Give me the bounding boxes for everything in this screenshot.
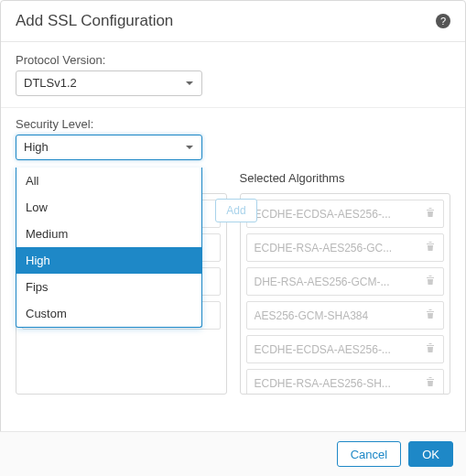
trash-icon[interactable] — [425, 275, 436, 288]
selected-column: Selected Algorithms ECDHE-ECDSA-AES256-.… — [240, 171, 451, 395]
security-option-medium[interactable]: Medium — [16, 221, 201, 247]
protocol-version-label: Protocol Version: — [16, 53, 450, 67]
add-button[interactable]: Add — [215, 199, 257, 222]
trash-icon[interactable] — [425, 376, 436, 390]
algorithm-name: DHE-RSA-AES256-GCM-... — [255, 276, 420, 288]
dialog-body: Protocol Version: DTLSv1.2 Security Leve… — [1, 42, 465, 395]
security-level-label: Security Level: — [16, 117, 450, 131]
ok-button[interactable]: OK — [408, 441, 453, 467]
dialog-title: Add SSL Configuration — [16, 12, 173, 30]
list-item[interactable]: ECDHE-RSA-AES256-GC... — [246, 233, 445, 262]
section-divider — [1, 107, 465, 108]
security-level-dropdown[interactable]: AllLowMediumHighFipsCustom — [16, 168, 202, 328]
algorithm-name: ECDHE-ECDSA-AES256-... — [255, 343, 420, 356]
security-option-custom[interactable]: Custom — [16, 300, 201, 327]
dialog-header: Add SSL Configuration ? — [1, 1, 465, 42]
trash-icon[interactable] — [425, 342, 436, 356]
list-item[interactable]: AES256-GCM-SHA384 — [246, 301, 445, 330]
algorithm-name: ECDHE-RSA-AES256-SH... — [255, 377, 420, 390]
security-option-low[interactable]: Low — [16, 194, 201, 221]
algorithm-name: AES256-GCM-SHA384 — [255, 309, 420, 322]
security-level-select[interactable]: High — [16, 135, 202, 160]
trash-icon[interactable] — [425, 241, 436, 254]
protocol-version-select[interactable]: DTLSv1.2 — [16, 70, 202, 96]
list-item[interactable]: ECDHE-ECDSA-AES256-... — [246, 200, 445, 228]
dialog-footer: Cancel OK — [0, 431, 466, 476]
security-option-all[interactable]: All — [16, 168, 201, 194]
list-item[interactable]: DHE-RSA-AES256-GCM-... — [246, 267, 445, 296]
protocol-version-value: DTLSv1.2 — [24, 76, 77, 90]
selected-listbox[interactable]: ECDHE-ECDSA-AES256-...ECDHE-RSA-AES256-G… — [240, 193, 451, 395]
list-item[interactable]: ECDHE-ECDSA-AES256-... — [246, 335, 445, 363]
algorithm-name: ECDHE-RSA-AES256-GC... — [255, 242, 420, 254]
help-icon[interactable]: ? — [436, 14, 450, 28]
cancel-button[interactable]: Cancel — [337, 441, 401, 467]
security-level-value: High — [24, 140, 49, 154]
chevron-down-icon — [181, 75, 198, 92]
chevron-down-icon — [181, 139, 198, 156]
security-option-high[interactable]: High — [16, 247, 201, 274]
selected-title: Selected Algorithms — [240, 171, 451, 188]
trash-icon[interactable] — [425, 207, 436, 221]
algorithm-name: ECDHE-ECDSA-AES256-... — [255, 208, 420, 221]
security-option-fips[interactable]: Fips — [16, 274, 201, 300]
trash-icon[interactable] — [425, 308, 436, 322]
list-item[interactable]: ECDHE-RSA-AES256-SH... — [246, 369, 445, 395]
